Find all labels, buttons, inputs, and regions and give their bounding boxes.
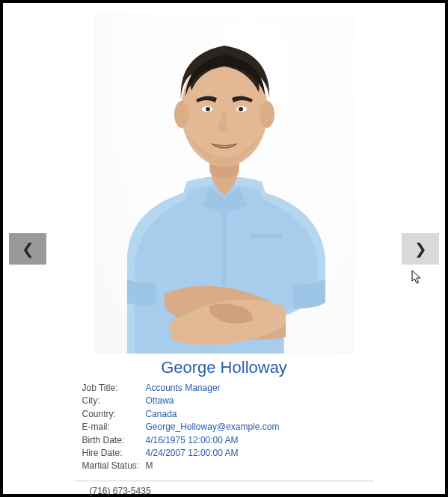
- svg-rect-1: [251, 234, 282, 238]
- card-frame: ❮ ❯: [0, 0, 448, 497]
- person-name: George Holloway: [3, 358, 445, 377]
- detail-row: Job Title: Accounts Manager: [82, 382, 374, 395]
- person-illustration: [97, 13, 352, 354]
- detail-label: Birth Date:: [82, 434, 146, 447]
- details-list: Job Title: Accounts Manager City: Ottawa…: [75, 382, 374, 473]
- detail-row: E-mail: George_Holloway@example.com: [82, 421, 374, 433]
- detail-value: 4/16/1975 12:00:00 AM: [146, 434, 239, 447]
- svg-rect-0: [222, 210, 227, 285]
- svg-point-4: [260, 101, 274, 128]
- detail-label: Hire Date:: [82, 447, 146, 460]
- detail-row: Birth Date: 4/16/1975 12:00:00 AM: [82, 434, 374, 447]
- prev-button[interactable]: ❮: [9, 233, 46, 265]
- chevron-left-icon: ❮: [22, 240, 34, 258]
- detail-value: Ottawa: [146, 395, 174, 407]
- detail-value: Accounts Manager: [146, 382, 221, 395]
- divider: [75, 481, 374, 481]
- detail-row: Hire Date: 4/24/2007 12:00:00 AM: [82, 447, 374, 460]
- svg-point-3: [174, 101, 189, 128]
- mouse-cursor-icon: [411, 270, 423, 285]
- detail-value: 4/24/2007 12:00:00 AM: [146, 447, 239, 460]
- detail-label: Country:: [82, 408, 146, 421]
- detail-row: Country: Canada: [82, 408, 374, 421]
- detail-value: Canada: [146, 408, 177, 421]
- detail-row: Martial Status: M: [82, 460, 374, 472]
- profile-photo: [94, 13, 355, 354]
- svg-point-8: [239, 107, 243, 111]
- chevron-right-icon: ❯: [414, 240, 427, 258]
- detail-label: Martial Status:: [82, 460, 146, 472]
- detail-value-email[interactable]: George_Holloway@example.com: [146, 421, 280, 433]
- detail-label: Job Title:: [82, 382, 146, 395]
- detail-row: City: Ottawa: [82, 395, 374, 407]
- svg-point-7: [206, 107, 210, 111]
- detail-label: City:: [82, 395, 146, 407]
- detail-value: M: [146, 460, 153, 472]
- detail-label: E-mail:: [82, 421, 146, 433]
- next-button[interactable]: ❯: [402, 233, 439, 265]
- phone-number: (716) 673-5435: [75, 486, 374, 496]
